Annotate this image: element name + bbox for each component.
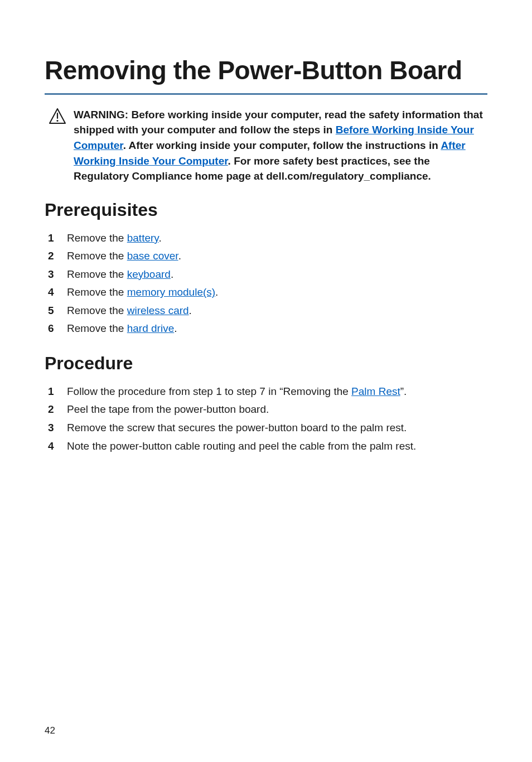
list-item: Follow the procedure from step 1 to step…	[48, 384, 487, 399]
link-keyboard[interactable]: keyboard	[127, 268, 171, 280]
heading-procedure: Procedure	[45, 353, 487, 374]
page-title: Removing the Power-Button Board	[45, 56, 487, 85]
link-palm-rest[interactable]: Palm Rest	[351, 385, 400, 397]
li-text-pre: Remove the	[67, 268, 127, 280]
li-text-pre: Remove the	[67, 305, 127, 316]
list-item: Remove the memory module(s).	[48, 284, 487, 300]
svg-point-2	[56, 120, 58, 122]
li-text-pre: Remove the	[67, 322, 127, 334]
title-divider	[45, 93, 487, 95]
li-text-post: .	[158, 232, 161, 244]
page-number: 42	[45, 725, 55, 736]
li-text-post: .	[174, 322, 177, 334]
link-battery[interactable]: battery	[127, 232, 159, 244]
li-text-post: .	[189, 305, 192, 316]
li-text-pre: Remove the	[67, 232, 127, 244]
li-text-pre: Remove the	[67, 250, 127, 262]
prerequisites-list: Remove the battery. Remove the base cove…	[45, 230, 487, 336]
link-base-cover[interactable]: base cover	[127, 250, 178, 262]
list-item: Remove the screw that secures the power-…	[48, 420, 487, 436]
li-text-post: ”.	[400, 385, 407, 397]
list-item: Remove the keyboard.	[48, 267, 487, 282]
li-text-pre: Remove the	[67, 286, 127, 298]
li-text-post: .	[215, 286, 218, 298]
list-item: Note the power-button cable routing and …	[48, 438, 487, 454]
li-text-post: .	[171, 268, 173, 280]
li-text-post: .	[178, 250, 181, 262]
list-item: Remove the wireless card.	[48, 303, 487, 319]
list-item: Peel the tape from the power-button boar…	[48, 402, 487, 417]
list-item: Remove the hard drive.	[48, 321, 487, 336]
procedure-list: Follow the procedure from step 1 to step…	[45, 384, 487, 454]
heading-prerequisites: Prerequisites	[45, 200, 487, 220]
li-text-pre: Follow the procedure from step 1 to step…	[67, 385, 351, 397]
li-text: Remove the screw that secures the power-…	[67, 422, 407, 433]
link-wireless-card[interactable]: wireless card	[127, 305, 189, 316]
warning-text: WARNING: Before working inside your comp…	[74, 107, 487, 184]
warning-icon	[49, 108, 66, 126]
warning-text-mid: . After working inside your computer, fo…	[123, 139, 441, 151]
link-memory-modules[interactable]: memory module(s)	[127, 286, 215, 298]
link-hard-drive[interactable]: hard drive	[127, 322, 175, 334]
li-text: Peel the tape from the power-button boar…	[67, 403, 269, 415]
list-item: Remove the base cover.	[48, 248, 487, 264]
warning-block: WARNING: Before working inside your comp…	[45, 107, 487, 184]
li-text: Note the power-button cable routing and …	[67, 440, 416, 452]
list-item: Remove the battery.	[48, 230, 487, 246]
